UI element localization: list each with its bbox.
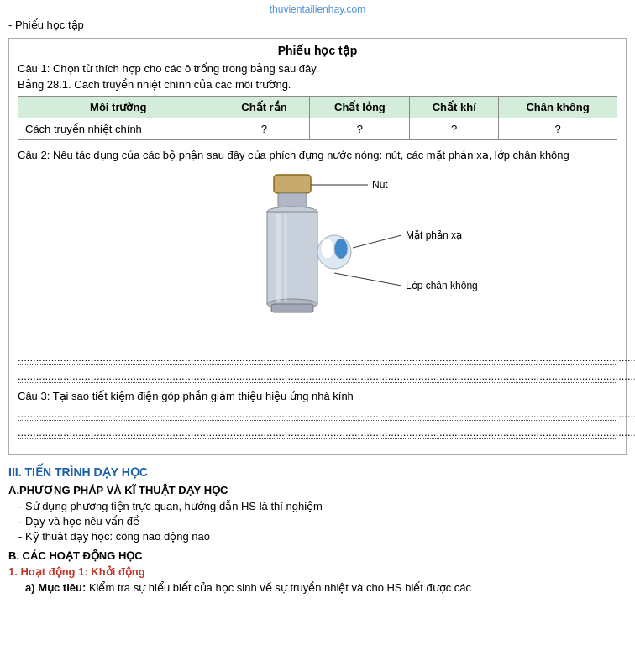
row-chat-ran: ? <box>218 118 310 140</box>
list-item-2: - Dạy và học nêu vấn đề <box>18 515 627 528</box>
subsection-a: A.PHƯƠNG PHÁP VÀ KĨ THUẬT DẠY HỌC <box>8 484 627 496</box>
svg-text:Mặt phản xạ: Mặt phản xạ <box>406 229 462 241</box>
cau1-text: Câu 1: Chọn từ thích hợp cho các ô trống… <box>18 62 617 75</box>
section-iii: III. TIẾN TRÌNH DẠY HỌC A.PHƯƠNG PHÁP VÀ… <box>0 459 635 597</box>
col-chat-khi: Chất khí <box>410 97 499 118</box>
col-chat-long: Chất lỏng <box>310 97 410 118</box>
list-item-1: - Sử dụng phương tiện trực quan, hướng d… <box>18 500 627 512</box>
svg-line-15 <box>334 273 401 286</box>
watermark: thuvientailienhay.com <box>0 0 635 17</box>
dotted-line-2: ........................................… <box>18 370 617 383</box>
thermos-image: Nút Mặt phản xạ Lớp chân không <box>18 168 617 344</box>
cau2-text: Câu 2: Nêu tác dụng của các bộ phận sau … <box>18 149 617 161</box>
col-moi-truong: Môi trường <box>18 97 218 118</box>
muc-tieu-text: Kiểm tra sự hiểu biết của học sinh về sự… <box>89 581 471 594</box>
row-chat-long: ? <box>310 118 410 140</box>
row-chan-khong: ? <box>499 118 617 140</box>
svg-rect-1 <box>278 193 307 208</box>
dotted-line-3: ........................................… <box>18 407 617 421</box>
section-iii-title: III. TIẾN TRÌNH DẠY HỌC <box>8 465 627 479</box>
svg-text:Nút: Nút <box>372 179 388 191</box>
phieu-title: Phiếu học tập <box>18 44 617 57</box>
muc-tieu-line: a) Mục tiêu: Kiểm tra sự hiểu biết của h… <box>25 581 627 594</box>
row-chat-khi: ? <box>410 118 499 140</box>
svg-point-11 <box>321 239 334 259</box>
svg-rect-3 <box>267 212 318 304</box>
phieu-container: Phiếu học tập Câu 1: Chọn từ thích hợp c… <box>8 38 627 455</box>
table-row: Cách truyền nhiệt chính ? ? ? ? <box>18 118 617 140</box>
col-chat-ran: Chất rắn <box>218 97 310 118</box>
svg-text:Lớp chân không: Lớp chân không <box>406 280 478 291</box>
dotted-line-4: ........................................… <box>18 426 617 439</box>
muc-tieu-label: a) Mục tiêu: <box>25 581 86 594</box>
moi-truong-table: Môi trường Chất rắn Chất lỏng Chất khí C… <box>18 96 617 140</box>
bang-title: Bảng 28.1. Cách truyền nhiệt chính của c… <box>18 78 617 91</box>
list-item-3: - Kỹ thuật dạy học: công não động não <box>18 530 627 543</box>
svg-point-12 <box>334 239 348 259</box>
hoat-dong-title: 1. Hoạt động 1: Khởi động <box>8 565 627 578</box>
svg-rect-7 <box>271 304 313 312</box>
row-label: Cách truyền nhiệt chính <box>18 118 218 140</box>
svg-line-13 <box>353 235 401 248</box>
thermos-svg: Nút Mặt phản xạ Lớp chân không <box>141 168 494 344</box>
col-chan-khong: Chân không <box>499 97 617 118</box>
dotted-line-1: ........................................… <box>18 351 617 365</box>
cau3-text: Câu 3: Tại sao tiết kiệm điện góp phần g… <box>18 390 617 402</box>
subsection-b: B. CÁC HOẠT ĐỘNG HỌC <box>8 549 627 562</box>
top-label: - Phiếu học tập <box>0 17 635 34</box>
svg-rect-0 <box>274 175 311 193</box>
